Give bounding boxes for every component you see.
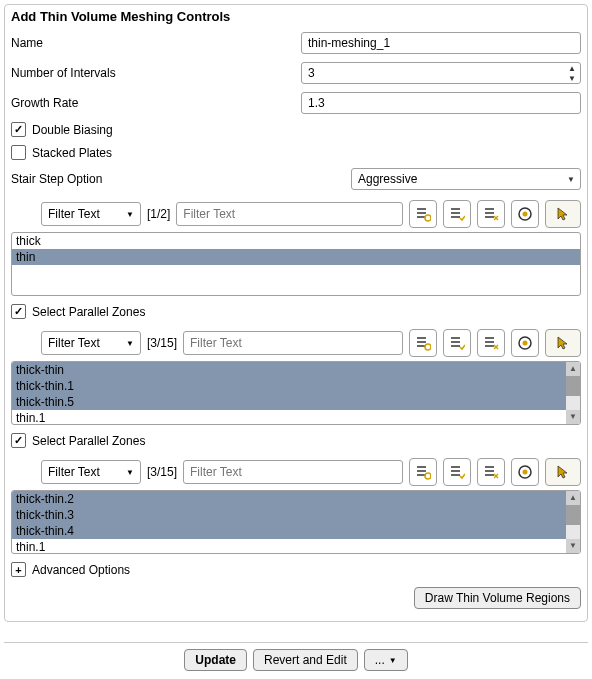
select-remove-icon[interactable] <box>477 329 505 357</box>
revert-button[interactable]: Revert and Edit <box>253 649 358 671</box>
parallel-zones-checkbox-1[interactable] <box>11 304 26 319</box>
double-biasing-label: Double Biasing <box>32 123 113 137</box>
double-biasing-checkbox[interactable] <box>11 122 26 137</box>
scroll-down-icon[interactable]: ▼ <box>566 539 580 553</box>
list-item[interactable]: thin.1 <box>12 539 566 554</box>
filter-dropdown-1[interactable]: Filter Text▼ <box>41 202 141 226</box>
select-check-icon[interactable] <box>443 329 471 357</box>
svg-point-28 <box>523 341 528 346</box>
intervals-input[interactable] <box>301 62 581 84</box>
filter-dropdown-2[interactable]: Filter Text▼ <box>41 331 141 355</box>
bottom-toolbar: Update Revert and Edit ... ▼ <box>4 642 588 677</box>
update-button[interactable]: Update <box>184 649 247 671</box>
filter-input-3[interactable] <box>183 460 403 484</box>
list-item[interactable]: thick <box>12 233 580 249</box>
pick-cursor-icon[interactable] <box>545 200 581 228</box>
parallel-zones-label-1: Select Parallel Zones <box>32 305 145 319</box>
growth-rate-input[interactable] <box>301 92 581 114</box>
filter-count-2: [3/15] <box>147 336 177 350</box>
target-icon[interactable] <box>511 329 539 357</box>
intervals-step-up-icon[interactable]: ▲ <box>564 63 580 73</box>
scroll-up-icon[interactable]: ▲ <box>566 362 580 376</box>
name-input[interactable] <box>301 32 581 54</box>
draw-regions-button[interactable]: Draw Thin Volume Regions <box>414 587 581 609</box>
intervals-label: Number of Intervals <box>11 66 301 80</box>
list-item[interactable]: thin <box>12 249 580 265</box>
svg-point-18 <box>425 344 431 350</box>
list-item[interactable]: thin.1 <box>12 410 566 425</box>
scroll-up-icon[interactable]: ▲ <box>566 491 580 505</box>
panel-title: Add Thin Volume Meshing Controls <box>5 5 587 28</box>
pick-cursor-icon[interactable] <box>545 329 581 357</box>
intervals-step-down-icon[interactable]: ▼ <box>564 73 580 83</box>
filter-count-3: [3/15] <box>147 465 177 479</box>
list-item[interactable]: thick-thin.1 <box>12 378 566 394</box>
filter-input-2[interactable] <box>183 331 403 355</box>
select-check-icon[interactable] <box>443 458 471 486</box>
svg-point-3 <box>425 215 431 221</box>
scroll-thumb[interactable] <box>566 505 580 525</box>
growth-rate-label: Growth Rate <box>11 96 301 110</box>
stair-step-label: Stair Step Option <box>11 172 351 186</box>
filter-count-1: [1/2] <box>147 207 170 221</box>
stacked-plates-checkbox[interactable] <box>11 145 26 160</box>
parallel-zones-label-2: Select Parallel Zones <box>32 434 145 448</box>
stacked-plates-label: Stacked Plates <box>32 146 112 160</box>
filter-dropdown-3[interactable]: Filter Text▼ <box>41 460 141 484</box>
list-item[interactable]: thick-thin.4 <box>12 523 566 539</box>
svg-marker-44 <box>558 466 567 478</box>
meshing-controls-panel: Add Thin Volume Meshing Controls Name Nu… <box>4 4 588 622</box>
more-button[interactable]: ... ▼ <box>364 649 408 671</box>
list-item[interactable]: thick-thin.3 <box>12 507 566 523</box>
target-icon[interactable] <box>511 200 539 228</box>
advanced-options-label[interactable]: Advanced Options <box>32 563 130 577</box>
scrollbar[interactable]: ▲ ▼ <box>566 491 580 553</box>
zone-list-2[interactable]: thick-thin thick-thin.1 thick-thin.5 thi… <box>11 361 581 425</box>
svg-marker-29 <box>558 337 567 349</box>
name-label: Name <box>11 36 301 50</box>
select-add-icon[interactable] <box>409 200 437 228</box>
zone-list-3[interactable]: thick-thin.2 thick-thin.3 thick-thin.4 t… <box>11 490 581 554</box>
svg-marker-14 <box>558 208 567 220</box>
list-item[interactable]: thick-thin <box>12 362 566 378</box>
list-item[interactable]: thick-thin.5 <box>12 394 566 410</box>
select-remove-icon[interactable] <box>477 200 505 228</box>
zone-list-1[interactable]: thick thin <box>11 232 581 296</box>
select-remove-icon[interactable] <box>477 458 505 486</box>
select-add-icon[interactable] <box>409 458 437 486</box>
stair-step-select[interactable]: Aggressive <box>351 168 581 190</box>
parallel-zones-checkbox-2[interactable] <box>11 433 26 448</box>
scrollbar[interactable]: ▲ ▼ <box>566 362 580 424</box>
svg-point-33 <box>425 473 431 479</box>
scroll-down-icon[interactable]: ▼ <box>566 410 580 424</box>
expand-icon[interactable]: + <box>11 562 26 577</box>
chevron-down-icon: ▼ <box>389 656 397 665</box>
svg-point-43 <box>523 470 528 475</box>
svg-point-13 <box>523 212 528 217</box>
scroll-thumb[interactable] <box>566 376 580 396</box>
select-check-icon[interactable] <box>443 200 471 228</box>
target-icon[interactable] <box>511 458 539 486</box>
filter-input-1[interactable] <box>176 202 403 226</box>
select-add-icon[interactable] <box>409 329 437 357</box>
pick-cursor-icon[interactable] <box>545 458 581 486</box>
list-item[interactable]: thick-thin.2 <box>12 491 566 507</box>
